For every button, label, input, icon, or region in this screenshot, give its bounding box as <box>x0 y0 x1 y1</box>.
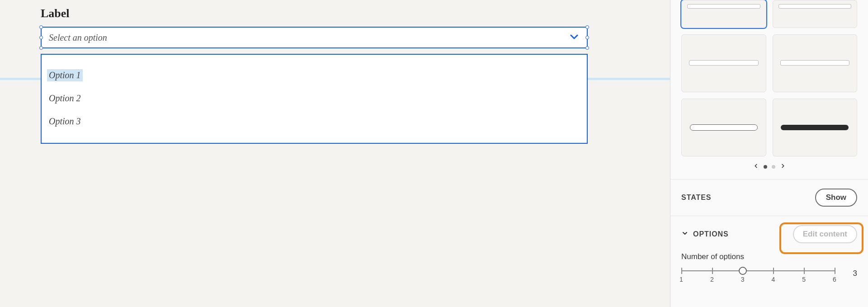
variant-card[interactable] <box>681 0 766 28</box>
resize-handle[interactable] <box>39 25 43 29</box>
options-section: OPTIONS Edit content <box>670 216 868 252</box>
number-of-options-control: Number of options 1 2 3 4 5 6 3 <box>670 252 868 280</box>
select-trigger[interactable]: Select an option <box>41 27 588 48</box>
resize-handle[interactable] <box>585 46 589 50</box>
tick-label: 4 <box>771 276 775 283</box>
tick-label: 2 <box>710 276 714 283</box>
states-section: STATES Show <box>670 179 868 216</box>
variant-card[interactable] <box>773 0 858 28</box>
variants-grid <box>670 0 868 156</box>
dropdown-component[interactable]: Label Select an option Option 1 Option 2… <box>41 7 588 144</box>
number-of-options-label: Number of options <box>681 252 857 261</box>
slider-thumb[interactable] <box>739 267 747 275</box>
tick-label: 5 <box>802 276 806 283</box>
properties-panel: STATES Show OPTIONS Edit content Number … <box>670 0 868 307</box>
option-item[interactable]: Option 1 <box>47 69 83 81</box>
pager-dot[interactable] <box>772 165 775 169</box>
resize-handle[interactable] <box>585 25 589 29</box>
options-panel[interactable]: Option 1 Option 2 Option 3 <box>41 54 588 144</box>
pager-next-icon[interactable] <box>780 163 786 171</box>
variant-card[interactable] <box>773 99 858 156</box>
section-title-options: OPTIONS <box>693 230 729 238</box>
design-canvas[interactable]: Label Select an option Option 1 Option 2… <box>0 0 670 307</box>
resize-handle[interactable] <box>39 46 43 50</box>
variant-card[interactable] <box>681 99 766 156</box>
show-button[interactable]: Show <box>815 189 857 207</box>
variant-card[interactable] <box>681 34 766 92</box>
pager-dot[interactable] <box>764 165 767 169</box>
edit-content-button[interactable]: Edit content <box>793 225 857 243</box>
option-item[interactable]: Option 2 <box>47 87 581 110</box>
resize-handle[interactable] <box>39 36 43 39</box>
tick-label: 6 <box>833 276 836 283</box>
resize-handle[interactable] <box>585 36 589 39</box>
tick-label: 3 <box>741 276 745 283</box>
select-placeholder: Select an option <box>49 33 107 43</box>
slider-value: 3 <box>848 269 857 278</box>
chevron-down-icon[interactable] <box>681 230 689 239</box>
option-item[interactable]: Option 3 <box>47 110 581 133</box>
pager-prev-icon[interactable] <box>753 163 759 171</box>
chevron-down-icon <box>569 31 580 44</box>
variant-card[interactable] <box>773 34 858 92</box>
options-slider[interactable]: 1 2 3 4 5 6 <box>681 267 835 280</box>
tick-label: 1 <box>679 276 683 283</box>
field-label: Label <box>41 7 588 20</box>
section-title-states: STATES <box>681 194 712 202</box>
variant-pager <box>670 156 868 179</box>
